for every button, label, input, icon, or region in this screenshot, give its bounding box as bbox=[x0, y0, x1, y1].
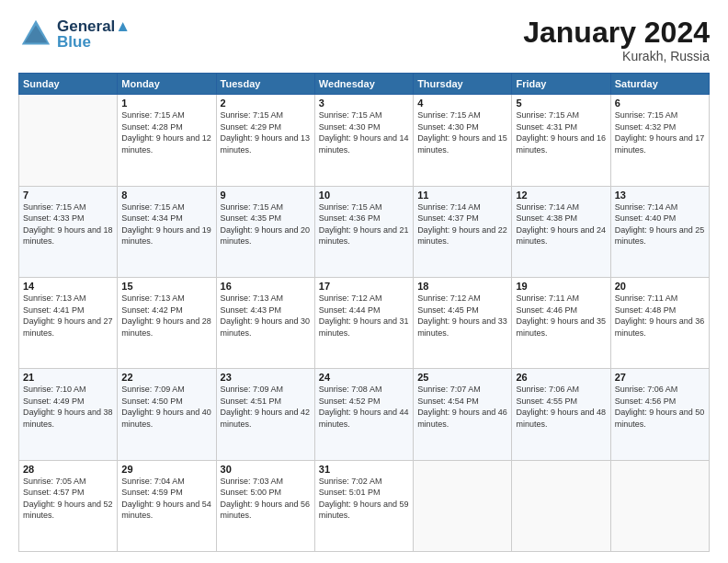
cell-content: Sunrise: 7:04 AMSunset: 4:59 PMDaylight:… bbox=[121, 476, 211, 522]
title-block: January 2024 Kurakh, Russia bbox=[523, 17, 710, 63]
table-cell: 16Sunrise: 7:13 AMSunset: 4:43 PMDayligh… bbox=[216, 277, 314, 368]
cell-content: Sunrise: 7:15 AMSunset: 4:28 PMDaylight:… bbox=[121, 109, 211, 155]
col-friday: Friday bbox=[512, 74, 610, 95]
day-number: 4 bbox=[417, 98, 507, 109]
cell-content: Sunrise: 7:12 AMSunset: 4:44 PMDaylight:… bbox=[319, 293, 409, 339]
table-cell: 5Sunrise: 7:15 AMSunset: 4:31 PMDaylight… bbox=[512, 95, 610, 186]
day-number: 23 bbox=[221, 372, 311, 383]
table-cell: 30Sunrise: 7:03 AMSunset: 5:00 PMDayligh… bbox=[216, 460, 314, 551]
table-cell: 7Sunrise: 7:15 AMSunset: 4:33 PMDaylight… bbox=[19, 186, 118, 277]
table-cell: 31Sunrise: 7:02 AMSunset: 5:01 PMDayligh… bbox=[314, 460, 413, 551]
logo-bottom: Blue bbox=[57, 34, 131, 50]
col-monday: Monday bbox=[118, 74, 216, 95]
cell-content: Sunrise: 7:07 AMSunset: 4:54 PMDaylight:… bbox=[417, 384, 507, 430]
day-number: 11 bbox=[417, 190, 507, 201]
table-cell bbox=[19, 95, 118, 186]
day-number: 5 bbox=[516, 98, 606, 109]
calendar-header-row: Sunday Monday Tuesday Wednesday Thursday… bbox=[19, 74, 710, 95]
cell-content: Sunrise: 7:15 AMSunset: 4:30 PMDaylight:… bbox=[319, 109, 409, 155]
table-cell: 9Sunrise: 7:15 AMSunset: 4:35 PMDaylight… bbox=[216, 186, 314, 277]
logo-name: General▲ Blue bbox=[57, 18, 131, 50]
day-number: 15 bbox=[121, 281, 211, 292]
table-cell: 12Sunrise: 7:14 AMSunset: 4:38 PMDayligh… bbox=[512, 186, 610, 277]
day-number: 19 bbox=[516, 281, 606, 292]
day-number: 14 bbox=[23, 281, 113, 292]
week-row-2: 7Sunrise: 7:15 AMSunset: 4:33 PMDaylight… bbox=[19, 186, 710, 277]
cell-content: Sunrise: 7:12 AMSunset: 4:45 PMDaylight:… bbox=[417, 293, 507, 339]
day-number: 28 bbox=[23, 464, 113, 475]
page: General▲ Blue January 2024 Kurakh, Russi… bbox=[0, 0, 728, 563]
week-row-3: 14Sunrise: 7:13 AMSunset: 4:41 PMDayligh… bbox=[19, 277, 710, 368]
cell-content: Sunrise: 7:15 AMSunset: 4:33 PMDaylight:… bbox=[23, 201, 113, 247]
cell-content: Sunrise: 7:13 AMSunset: 4:43 PMDaylight:… bbox=[221, 293, 311, 339]
cell-content: Sunrise: 7:14 AMSunset: 4:40 PMDaylight:… bbox=[615, 201, 705, 247]
cell-content: Sunrise: 7:14 AMSunset: 4:37 PMDaylight:… bbox=[417, 201, 507, 247]
table-cell: 1Sunrise: 7:15 AMSunset: 4:28 PMDaylight… bbox=[118, 95, 216, 186]
col-saturday: Saturday bbox=[610, 74, 709, 95]
location: Kurakh, Russia bbox=[523, 49, 710, 63]
table-cell: 20Sunrise: 7:11 AMSunset: 4:48 PMDayligh… bbox=[610, 277, 709, 368]
month-title: January 2024 bbox=[523, 17, 710, 49]
week-row-1: 1Sunrise: 7:15 AMSunset: 4:28 PMDaylight… bbox=[19, 95, 710, 186]
day-number: 21 bbox=[23, 372, 113, 383]
table-cell bbox=[610, 460, 709, 551]
logo-icon bbox=[18, 17, 53, 52]
cell-content: Sunrise: 7:15 AMSunset: 4:36 PMDaylight:… bbox=[319, 201, 409, 247]
day-number: 3 bbox=[319, 98, 409, 109]
day-number: 20 bbox=[615, 281, 705, 292]
header: General▲ Blue January 2024 Kurakh, Russi… bbox=[18, 17, 710, 63]
week-row-5: 28Sunrise: 7:05 AMSunset: 4:57 PMDayligh… bbox=[19, 460, 710, 551]
table-cell: 25Sunrise: 7:07 AMSunset: 4:54 PMDayligh… bbox=[414, 369, 512, 460]
col-thursday: Thursday bbox=[414, 74, 512, 95]
day-number: 30 bbox=[221, 464, 311, 475]
cell-content: Sunrise: 7:06 AMSunset: 4:56 PMDaylight:… bbox=[615, 384, 705, 430]
cell-content: Sunrise: 7:03 AMSunset: 5:00 PMDaylight:… bbox=[221, 476, 311, 522]
table-cell: 29Sunrise: 7:04 AMSunset: 4:59 PMDayligh… bbox=[118, 460, 216, 551]
week-row-4: 21Sunrise: 7:10 AMSunset: 4:49 PMDayligh… bbox=[19, 369, 710, 460]
table-cell: 10Sunrise: 7:15 AMSunset: 4:36 PMDayligh… bbox=[314, 186, 413, 277]
day-number: 27 bbox=[615, 372, 705, 383]
table-cell bbox=[512, 460, 610, 551]
day-number: 10 bbox=[319, 190, 409, 201]
table-cell: 14Sunrise: 7:13 AMSunset: 4:41 PMDayligh… bbox=[19, 277, 118, 368]
day-number: 24 bbox=[319, 372, 409, 383]
table-cell: 11Sunrise: 7:14 AMSunset: 4:37 PMDayligh… bbox=[414, 186, 512, 277]
cell-content: Sunrise: 7:15 AMSunset: 4:34 PMDaylight:… bbox=[121, 201, 211, 247]
table-cell: 28Sunrise: 7:05 AMSunset: 4:57 PMDayligh… bbox=[19, 460, 118, 551]
cell-content: Sunrise: 7:11 AMSunset: 4:48 PMDaylight:… bbox=[615, 293, 705, 339]
table-cell: 8Sunrise: 7:15 AMSunset: 4:34 PMDaylight… bbox=[118, 186, 216, 277]
day-number: 7 bbox=[23, 190, 113, 201]
day-number: 16 bbox=[221, 281, 311, 292]
day-number: 29 bbox=[121, 464, 211, 475]
logo: General▲ Blue bbox=[18, 17, 131, 52]
cell-content: Sunrise: 7:10 AMSunset: 4:49 PMDaylight:… bbox=[23, 384, 113, 430]
calendar-table: Sunday Monday Tuesday Wednesday Thursday… bbox=[18, 73, 710, 552]
cell-content: Sunrise: 7:14 AMSunset: 4:38 PMDaylight:… bbox=[516, 201, 606, 247]
day-number: 2 bbox=[221, 98, 311, 109]
cell-content: Sunrise: 7:09 AMSunset: 4:50 PMDaylight:… bbox=[121, 384, 211, 430]
day-number: 12 bbox=[516, 190, 606, 201]
day-number: 26 bbox=[516, 372, 606, 383]
table-cell: 24Sunrise: 7:08 AMSunset: 4:52 PMDayligh… bbox=[314, 369, 413, 460]
table-cell: 23Sunrise: 7:09 AMSunset: 4:51 PMDayligh… bbox=[216, 369, 314, 460]
table-cell: 6Sunrise: 7:15 AMSunset: 4:32 PMDaylight… bbox=[610, 95, 709, 186]
day-number: 17 bbox=[319, 281, 409, 292]
cell-content: Sunrise: 7:11 AMSunset: 4:46 PMDaylight:… bbox=[516, 293, 606, 339]
day-number: 8 bbox=[121, 190, 211, 201]
cell-content: Sunrise: 7:13 AMSunset: 4:42 PMDaylight:… bbox=[121, 293, 211, 339]
table-cell: 13Sunrise: 7:14 AMSunset: 4:40 PMDayligh… bbox=[610, 186, 709, 277]
cell-content: Sunrise: 7:08 AMSunset: 4:52 PMDaylight:… bbox=[319, 384, 409, 430]
col-sunday: Sunday bbox=[19, 74, 118, 95]
table-cell: 22Sunrise: 7:09 AMSunset: 4:50 PMDayligh… bbox=[118, 369, 216, 460]
cell-content: Sunrise: 7:15 AMSunset: 4:31 PMDaylight:… bbox=[516, 109, 606, 155]
col-wednesday: Wednesday bbox=[314, 74, 413, 95]
table-cell: 21Sunrise: 7:10 AMSunset: 4:49 PMDayligh… bbox=[19, 369, 118, 460]
cell-content: Sunrise: 7:15 AMSunset: 4:35 PMDaylight:… bbox=[221, 201, 311, 247]
cell-content: Sunrise: 7:09 AMSunset: 4:51 PMDaylight:… bbox=[221, 384, 311, 430]
table-cell: 19Sunrise: 7:11 AMSunset: 4:46 PMDayligh… bbox=[512, 277, 610, 368]
day-number: 31 bbox=[319, 464, 409, 475]
cell-content: Sunrise: 7:06 AMSunset: 4:55 PMDaylight:… bbox=[516, 384, 606, 430]
table-cell: 27Sunrise: 7:06 AMSunset: 4:56 PMDayligh… bbox=[610, 369, 709, 460]
table-cell: 26Sunrise: 7:06 AMSunset: 4:55 PMDayligh… bbox=[512, 369, 610, 460]
cell-content: Sunrise: 7:15 AMSunset: 4:29 PMDaylight:… bbox=[221, 109, 311, 155]
